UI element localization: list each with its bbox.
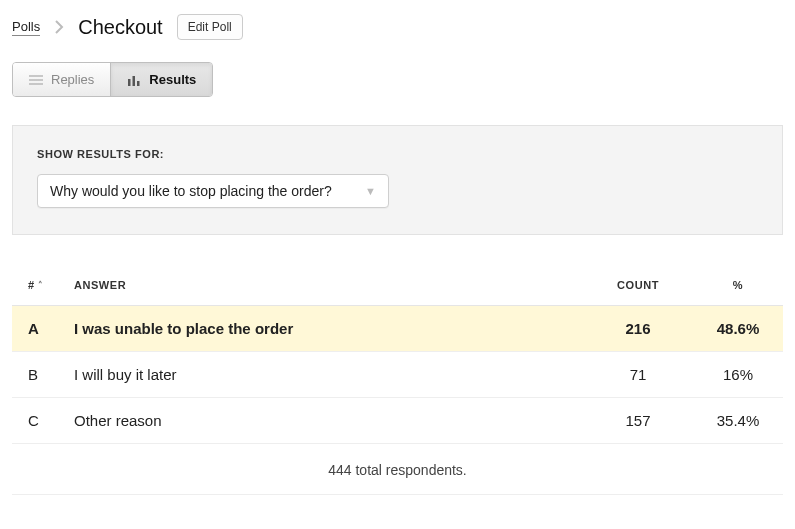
bar-chart-icon <box>127 74 141 86</box>
col-header-answer[interactable]: ANSWER <box>68 269 583 306</box>
tab-results[interactable]: Results <box>111 63 212 96</box>
row-count: 71 <box>583 352 693 398</box>
row-count: 216 <box>583 306 693 352</box>
row-answer: I will buy it later <box>68 352 583 398</box>
row-percent: 16% <box>693 352 783 398</box>
edit-poll-button[interactable]: Edit Poll <box>177 14 243 40</box>
table-row: B I will buy it later 71 16% <box>12 352 783 398</box>
row-answer: Other reason <box>68 398 583 444</box>
question-select[interactable]: Why would you like to stop placing the o… <box>37 174 389 208</box>
tab-bar: Replies Results <box>12 62 213 97</box>
svg-rect-3 <box>128 79 131 86</box>
chevron-down-icon: ▼ <box>365 185 376 197</box>
row-count: 157 <box>583 398 693 444</box>
tab-results-label: Results <box>149 72 196 87</box>
row-index: A <box>12 306 68 352</box>
question-select-value: Why would you like to stop placing the o… <box>50 183 332 199</box>
page-title: Checkout <box>78 16 163 39</box>
col-header-count[interactable]: COUNT <box>583 269 693 306</box>
tab-replies-label: Replies <box>51 72 94 87</box>
sort-asc-icon: ˄ <box>38 280 44 290</box>
col-header-percent[interactable]: % <box>693 269 783 306</box>
row-percent: 35.4% <box>693 398 783 444</box>
row-index: B <box>12 352 68 398</box>
table-row: C Other reason 157 35.4% <box>12 398 783 444</box>
table-row: A I was unable to place the order 216 48… <box>12 306 783 352</box>
row-answer: I was unable to place the order <box>68 306 583 352</box>
svg-rect-4 <box>133 76 136 86</box>
total-respondents: 444 total respondents. <box>12 444 783 495</box>
breadcrumb-root-link[interactable]: Polls <box>12 19 40 36</box>
row-index: C <box>12 398 68 444</box>
col-header-index-label: # <box>28 279 35 291</box>
table-header-row: #˄ ANSWER COUNT % <box>12 269 783 306</box>
col-header-index[interactable]: #˄ <box>12 269 68 306</box>
breadcrumb: Polls Checkout Edit Poll <box>12 14 783 40</box>
tab-replies[interactable]: Replies <box>13 63 111 96</box>
list-icon <box>29 74 43 86</box>
results-table: #˄ ANSWER COUNT % A I was unable to plac… <box>12 269 783 444</box>
results-filter-panel: SHOW RESULTS FOR: Why would you like to … <box>12 125 783 235</box>
row-percent: 48.6% <box>693 306 783 352</box>
chevron-right-icon <box>54 20 64 34</box>
filter-label: SHOW RESULTS FOR: <box>37 148 758 160</box>
svg-rect-5 <box>137 81 140 86</box>
